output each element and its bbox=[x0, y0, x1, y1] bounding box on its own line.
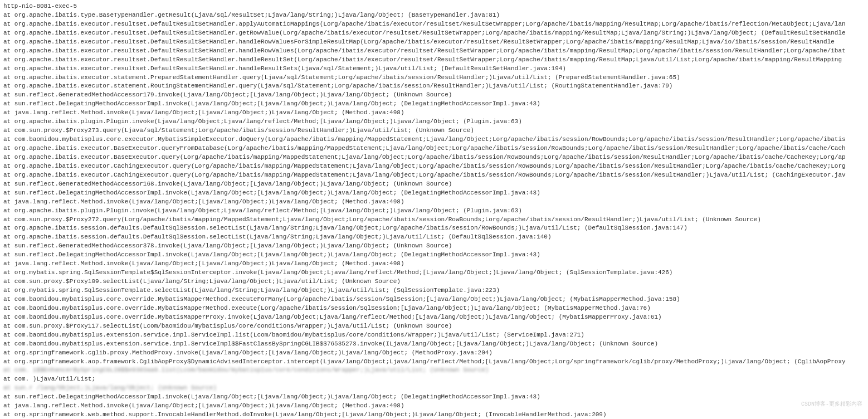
log-line: at com.baomidou.mybatisplus.core.overrid… bbox=[0, 304, 868, 313]
log-line: at sun.reflect.DelegatingMethodAccessorI… bbox=[0, 100, 868, 109]
log-line: at com.sun.proxy.$Proxy109.selectList(Lj… bbox=[0, 277, 868, 286]
log-line: at org.apache.ibatis.executor.BaseExecut… bbox=[0, 153, 868, 162]
log-line: at com. )Ljava/util/List; bbox=[0, 375, 868, 384]
log-line: at sun.reflect.GeneratedMethodAccessor37… bbox=[0, 242, 868, 251]
log-line: at org.mybatis.spring.SqlSessionTemplate… bbox=[0, 286, 868, 295]
log-line: at org.apache.ibatis.executor.resultset.… bbox=[0, 29, 868, 38]
log-line: at org.apache.ibatis.executor.resultset.… bbox=[0, 38, 868, 47]
log-line: at org.springframework.aop.framework.Cgl… bbox=[0, 358, 868, 367]
log-line: at org.apache.ibatis.executor.statement.… bbox=[0, 82, 868, 91]
log-line: at com.baomidou.mybatisplus.core.overrid… bbox=[0, 313, 868, 322]
log-line: at com.baomidou.mybatisplus.extension.se… bbox=[0, 340, 868, 349]
log-line: at org.apache.ibatis.executor.resultset.… bbox=[0, 20, 868, 29]
log-line: at org.apache.ibatis.type.BaseTypeHandle… bbox=[0, 11, 868, 20]
log-line: at org.apache.ibatis.plugin.Plugin.invok… bbox=[0, 118, 868, 126]
log-line: at com.sun.proxy.$Proxy117.selectList(Lc… bbox=[0, 322, 868, 331]
log-line: at org.apache.ibatis.plugin.Plugin.invok… bbox=[0, 207, 868, 216]
log-line: at com.sun.proxy.$Proxy272.query(Lorg/ap… bbox=[0, 216, 868, 225]
log-line: at org.mybatis.spring.SqlSessionTemplate… bbox=[0, 269, 868, 277]
log-line: at java.lang.reflect.Method.invoke(Ljava… bbox=[0, 260, 868, 269]
log-line: at com. 1$$EnhancerBySpringCGLIB$$e9303a… bbox=[0, 366, 868, 375]
log-line: at com.baomidou.mybatisplus.extension.se… bbox=[0, 331, 868, 340]
log-line: at java.lang.reflect.Method.invoke(Ljava… bbox=[0, 109, 868, 118]
log-line: at org.apache.ibatis.executor.resultset.… bbox=[0, 56, 868, 65]
log-line: at org.apache.ibatis.executor.resultset.… bbox=[0, 65, 868, 74]
log-line: at com.baomidou.mybatisplus.core.executo… bbox=[0, 135, 868, 144]
log-line: at java.lang.reflect.Method.invoke(Ljava… bbox=[0, 402, 868, 411]
log-line: at sun.reflect.DelegatingMethodAccessorI… bbox=[0, 251, 868, 260]
log-line: at org.apache.ibatis.session.defaults.De… bbox=[0, 233, 868, 242]
log-line: at org.apache.ibatis.executor.resultset.… bbox=[0, 47, 868, 56]
log-container: http-nio-8081-exec-5 at org.apache.ibati… bbox=[0, 0, 868, 419]
log-line: at org.apache.ibatis.executor.CachingExe… bbox=[0, 162, 868, 171]
log-line: at sun.reflect.GeneratedMethodAccessor16… bbox=[0, 180, 868, 189]
log-line: at org.springframework.web.method.suppor… bbox=[0, 411, 868, 419]
log-line: at java.lang.reflect.Method.invoke(Ljava… bbox=[0, 198, 868, 207]
log-line: at sun.reflect.DelegatingMethodAccessorI… bbox=[0, 393, 868, 402]
log-line: at sun.reflect.DelegatingMethodAccessorI… bbox=[0, 189, 868, 198]
log-line: at org.apache.ibatis.session.defaults.De… bbox=[0, 224, 868, 233]
log-line: at org.apache.ibatis.executor.CachingExe… bbox=[0, 171, 868, 180]
thread-header: http-nio-8081-exec-5 bbox=[0, 2, 868, 11]
log-line: at org.apache.ibatis.executor.statement.… bbox=[0, 74, 868, 82]
log-line: at sun.reflect.GeneratedMethodAccessor17… bbox=[0, 91, 868, 100]
log-line: at org.apache.ibatis.executor.BaseExecut… bbox=[0, 144, 868, 153]
log-line: at com.baomidou.mybatisplus.core.overrid… bbox=[0, 295, 868, 304]
log-line: at org.springframework.cglib.proxy.Metho… bbox=[0, 349, 868, 358]
log-line: at com.sun.proxy.$Proxy273.query(Ljava/s… bbox=[0, 126, 868, 135]
log-line: at sun.r /lang/Object;)Ljava/lang/Object… bbox=[0, 384, 868, 393]
